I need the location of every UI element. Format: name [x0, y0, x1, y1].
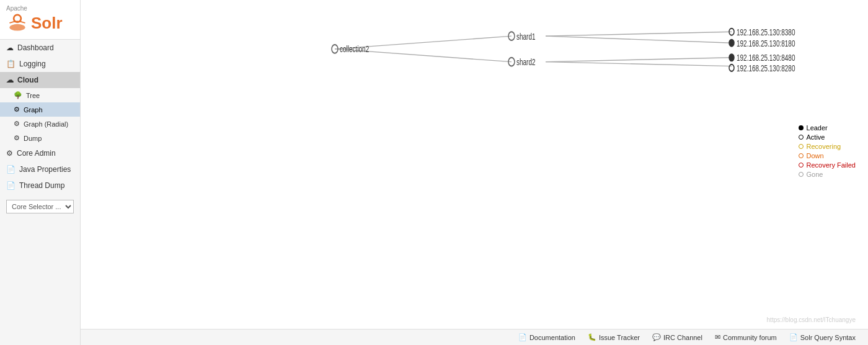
gone-dot	[799, 172, 804, 177]
sidebar-item-graph-radial[interactable]: ⚙ Graph (Radial)	[0, 117, 80, 131]
query-syntax-label: Solr Query Syntax	[800, 334, 856, 341]
recovery-failed-dot	[799, 163, 804, 168]
svg-line-7	[546, 58, 732, 62]
cloud-icon: ☁	[6, 76, 14, 84]
graph-radial-label: Graph (Radial)	[24, 120, 68, 128]
sidebar-item-dump[interactable]: ⚙ Dump	[0, 131, 80, 145]
graph-radial-icon: ⚙	[14, 120, 20, 128]
logo-area: Apache Solr	[0, 0, 80, 40]
leader-dot	[799, 125, 804, 130]
svg-line-6	[546, 36, 732, 43]
legend-recovering-label: Recovering	[807, 143, 841, 150]
sidebar-item-cloud[interactable]: ☁ Cloud	[0, 72, 80, 88]
dump-icon: ⚙	[14, 134, 20, 142]
graph-label: Graph	[24, 106, 43, 114]
logging-icon: 📋	[6, 60, 16, 68]
sidebar: Apache Solr ☁ Dashboard 📋 Logging ☁ Clou…	[0, 0, 81, 345]
cloud-label: Cloud	[17, 76, 38, 84]
irc-label: IRC Channel	[663, 334, 702, 341]
query-syntax-icon: 📄	[789, 333, 798, 341]
logging-label: Logging	[19, 60, 46, 68]
issue-tracker-label: Issue Tracker	[599, 334, 640, 341]
documentation-icon: 📄	[518, 333, 527, 341]
graph-svg: collection2 shard1 shard2 192.168.25.130…	[81, 0, 868, 326]
recovering-dot	[799, 144, 804, 149]
svg-point-21	[729, 65, 734, 71]
tree-icon: 🌳	[14, 91, 22, 99]
svg-point-17	[729, 40, 734, 47]
main-content: collection2 shard1 shard2 192.168.25.130…	[81, 0, 868, 345]
tree-label: Tree	[26, 92, 40, 99]
irc-icon: 💬	[652, 333, 661, 341]
graph-legend: Leader Active Recovering Down Recovery F…	[799, 124, 856, 180]
community-label: Community forum	[723, 334, 777, 341]
legend-down-label: Down	[807, 152, 824, 159]
svg-text:collection2: collection2	[340, 45, 369, 55]
dashboard-icon: ☁	[6, 43, 14, 52]
sidebar-item-dashboard[interactable]: ☁ Dashboard	[0, 40, 80, 56]
legend-active-label: Active	[807, 133, 825, 141]
core-admin-icon: ⚙	[6, 149, 13, 158]
core-selector[interactable]: Core Selector ...	[6, 200, 74, 213]
documentation-label: Documentation	[529, 334, 575, 341]
apache-label: Apache	[6, 5, 74, 12]
svg-point-19	[729, 54, 734, 61]
legend-down: Down	[799, 152, 856, 159]
footer-query-syntax-link[interactable]: 📄 Solr Query Syntax	[789, 333, 856, 341]
issue-tracker-icon: 🐛	[588, 333, 596, 341]
thread-dump-icon: 📄	[6, 181, 16, 190]
svg-text:shard2: shard2	[516, 58, 536, 68]
footer-irc-link[interactable]: 💬 IRC Channel	[652, 333, 702, 341]
logo-solr: Solr	[6, 12, 74, 34]
svg-text:shard1: shard1	[516, 32, 536, 42]
down-dot	[799, 153, 804, 158]
svg-text:192.168.25.130:8280: 192.168.25.130:8280	[737, 63, 795, 73]
legend-leader: Leader	[799, 124, 856, 132]
footer: 📄 Documentation 🐛 Issue Tracker 💬 IRC Ch…	[81, 329, 868, 345]
active-dot	[799, 135, 804, 140]
legend-active: Active	[799, 133, 856, 141]
svg-text:192.168.25.130:8480: 192.168.25.130:8480	[737, 53, 795, 63]
svg-line-5	[546, 32, 732, 36]
svg-point-1	[15, 16, 20, 21]
svg-line-8	[546, 62, 732, 66]
footer-documentation-link[interactable]: 📄 Documentation	[518, 333, 575, 341]
dump-label: Dump	[24, 135, 42, 142]
graph-area: collection2 shard1 shard2 192.168.25.130…	[81, 0, 868, 326]
community-icon: ✉	[715, 333, 720, 341]
graph-icon: ⚙	[14, 105, 20, 114]
legend-gone: Gone	[799, 171, 856, 178]
java-properties-icon: 📄	[6, 165, 16, 174]
legend-leader-label: Leader	[807, 124, 828, 132]
core-admin-label: Core Admin	[17, 149, 56, 158]
dashboard-label: Dashboard	[17, 43, 54, 52]
app-title: Solr	[31, 15, 63, 31]
legend-recovery-failed: Recovery Failed	[799, 161, 856, 169]
sidebar-item-tree[interactable]: 🌳 Tree	[0, 88, 80, 102]
sidebar-item-graph[interactable]: ⚙ Graph	[0, 102, 80, 117]
footer-community-link[interactable]: ✉ Community forum	[715, 333, 777, 341]
legend-recovery-failed-label: Recovery Failed	[807, 161, 856, 169]
svg-point-2	[9, 24, 25, 31]
footer-issue-tracker-link[interactable]: 🐛 Issue Tracker	[588, 333, 640, 341]
sidebar-item-thread-dump[interactable]: 📄 Thread Dump	[0, 177, 80, 194]
legend-recovering: Recovering	[799, 143, 856, 150]
sidebar-item-core-admin[interactable]: ⚙ Core Admin	[0, 145, 80, 161]
svg-text:192.168.25.130:8380: 192.168.25.130:8380	[737, 27, 795, 37]
thread-dump-label: Thread Dump	[19, 181, 64, 190]
watermark: https://blog.csdn.net/ITchuangye	[767, 316, 856, 323]
solr-logo-icon	[6, 12, 29, 34]
legend-gone-label: Gone	[807, 171, 823, 178]
sidebar-item-java-properties[interactable]: 📄 Java Properties	[0, 161, 80, 177]
sidebar-item-logging[interactable]: 📋 Logging	[0, 56, 80, 72]
java-properties-label: Java Properties	[19, 165, 71, 174]
svg-text:192.168.25.130:8180: 192.168.25.130:8180	[737, 38, 795, 48]
